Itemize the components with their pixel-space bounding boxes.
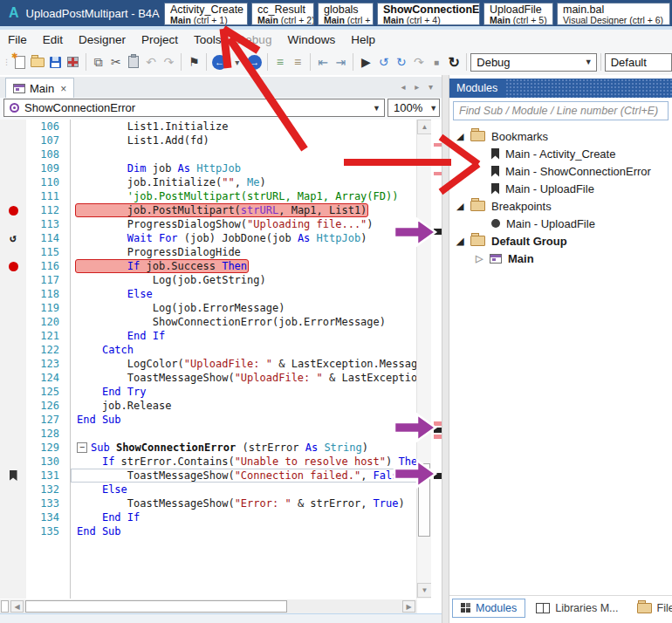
menu-help[interactable]: Help xyxy=(343,31,383,48)
menu-designer[interactable]: Designer xyxy=(71,31,134,48)
code-editor[interactable]: 106 List1.Initialize107 List1.Add(fd)108… xyxy=(0,120,431,599)
tree-item-bookmarks[interactable]: ◢Bookmarks xyxy=(449,127,672,145)
tree-item-default-group[interactable]: ◢Default Group xyxy=(449,232,672,250)
gutter-cell[interactable] xyxy=(0,343,26,357)
code-line-125[interactable]: 125 End Try xyxy=(0,385,431,399)
build-config-dropdown[interactable]: Default xyxy=(605,53,672,72)
menu-project[interactable]: Project xyxy=(134,31,186,48)
tree-item-main-showconnectionerror[interactable]: Main - ShowConnectionError xyxy=(449,162,672,180)
gutter-cell[interactable] xyxy=(0,496,26,510)
code-line-123[interactable]: 123 LogColor("UploadFile: " & LastExcept… xyxy=(0,357,431,371)
step-over-icon[interactable]: ↻ xyxy=(393,53,410,72)
gutter-cell[interactable] xyxy=(0,371,26,385)
gutter-cell[interactable] xyxy=(0,399,26,413)
gutter-cell[interactable] xyxy=(0,455,26,469)
gutter-cell[interactable] xyxy=(0,315,26,329)
panel-splitter[interactable] xyxy=(442,75,449,623)
paste-icon[interactable] xyxy=(125,53,142,72)
code-line-112[interactable]: 112 job.PostMultipart(strURL, Map1, List… xyxy=(0,203,431,217)
horizontal-scrollbar[interactable]: ◀ ▶ xyxy=(0,599,417,613)
gutter-cell[interactable] xyxy=(0,524,26,538)
gutter-cell[interactable] xyxy=(0,287,26,301)
gutter-cell[interactable] xyxy=(0,427,26,441)
code-line-106[interactable]: 106 List1.Initialize xyxy=(0,120,431,134)
quick-tab-activity_create[interactable]: Activity_CreateMain (ctrl + 1) xyxy=(164,3,248,25)
code-line-110[interactable]: 110 job.Initialize("", Me) xyxy=(0,175,431,189)
gutter-cell[interactable] xyxy=(0,510,26,524)
code-line-118[interactable]: 118 Else xyxy=(0,287,431,301)
restart-icon[interactable]: ↻ xyxy=(445,53,463,72)
new-file-icon[interactable] xyxy=(11,53,29,72)
code-line-108[interactable]: 108 xyxy=(0,147,431,161)
scroll-left-button[interactable]: ◀ xyxy=(10,600,24,613)
code-line-126[interactable]: 126 job.Release xyxy=(0,399,431,413)
gutter-cell[interactable] xyxy=(0,245,26,259)
panel-tab-libraries-m-[interactable]: Libraries M... xyxy=(528,599,626,617)
gutter-cell[interactable] xyxy=(0,175,26,189)
quick-tab-showconnectioner[interactable]: ShowConnectionErMain (ctrl + 4) xyxy=(377,3,480,25)
code-line-133[interactable]: 133 ToastMessageShow("Error: " & strErro… xyxy=(0,496,431,510)
scroll-up-button[interactable]: ▲ xyxy=(417,120,432,134)
expander-open-icon[interactable]: ◢ xyxy=(456,131,470,142)
scroll-right-button[interactable]: ▶ xyxy=(402,600,415,613)
quick-tab-globals[interactable]: globalsMain (ctrl + 3) xyxy=(318,3,374,25)
debug-mode-dropdown[interactable]: Debug▼ xyxy=(470,53,596,72)
comment-icon[interactable]: ≡ xyxy=(271,53,289,72)
gutter-cell[interactable] xyxy=(0,413,26,427)
breakpoint-icon[interactable] xyxy=(9,262,18,271)
code-line-121[interactable]: 121 End If xyxy=(0,329,431,343)
redo-icon[interactable]: ↷ xyxy=(160,53,177,72)
find-sub-input[interactable] xyxy=(454,105,668,117)
gutter-cell[interactable] xyxy=(0,259,26,273)
code-line-131[interactable]: 131 ToastMessageShow("Connection failed.… xyxy=(0,469,431,483)
open-project-icon[interactable] xyxy=(29,53,46,72)
code-line-132[interactable]: 132 Else xyxy=(0,483,431,496)
fold-collapse-icon[interactable]: − xyxy=(77,442,87,453)
modules-panel-header[interactable]: Modules xyxy=(449,79,672,98)
tree-item-breakpoints[interactable]: ◢Breakpoints xyxy=(449,197,672,215)
gutter-cell[interactable] xyxy=(0,273,26,287)
outdent-icon[interactable]: ⇤ xyxy=(314,53,332,72)
menu-edit[interactable]: Edit xyxy=(35,31,71,48)
doc-tab-main[interactable]: Main × xyxy=(5,78,74,99)
quick-tab-main.bal[interactable]: main.balVisual Designer (ctrl + 6) xyxy=(557,3,670,25)
gutter-cell[interactable]: ↺ xyxy=(0,231,26,245)
code-line-122[interactable]: 122 Catch xyxy=(0,343,431,357)
vertical-scrollbar[interactable]: ▲ ▼ xyxy=(416,120,431,599)
copy-icon[interactable]: ⧉ xyxy=(90,53,107,72)
bookmark-icon[interactable]: ⚑ xyxy=(185,53,202,72)
gutter-cell[interactable] xyxy=(0,203,26,217)
code-line-135[interactable]: 135End Sub xyxy=(0,524,431,538)
run-icon[interactable]: ▶ xyxy=(357,53,374,72)
code-line-109[interactable]: 109 Dim job As HttpJob xyxy=(0,161,431,175)
find-sub-box[interactable] xyxy=(453,101,669,120)
navigate-back-icon[interactable]: ← xyxy=(210,53,228,72)
code-line-114[interactable]: ↺114 Wait For (job) JobDone(job As HttpJ… xyxy=(0,231,431,245)
gutter-cell[interactable] xyxy=(0,217,26,231)
tree-item-main[interactable]: ▷Main xyxy=(449,250,672,267)
expander-open-icon[interactable]: ◢ xyxy=(456,236,470,247)
quick-tab-uploadfile[interactable]: UploadFileMain (ctrl + 5) xyxy=(483,3,553,25)
export-package-icon[interactable] xyxy=(64,53,81,72)
panel-tab-files-man[interactable]: Files Man xyxy=(629,599,672,617)
gutter-cell[interactable] xyxy=(0,385,26,399)
expander-open-icon[interactable]: ◢ xyxy=(456,201,470,212)
stop-icon[interactable]: ■ xyxy=(428,53,445,72)
menu-windows[interactable]: Windows xyxy=(279,31,343,48)
step-into-icon[interactable]: ↺ xyxy=(375,53,393,72)
current-sub-dropdown[interactable]: ShowConnectionError ▼ xyxy=(3,99,385,117)
panel-tab-modules[interactable]: Modules xyxy=(452,599,525,618)
back-caret-icon[interactable]: ▾ xyxy=(229,53,246,72)
zoom-dropdown[interactable]: 100% ▼ xyxy=(387,99,440,117)
code-line-117[interactable]: 117 Log(job.GetString) xyxy=(0,273,431,287)
code-line-107[interactable]: 107 List1.Add(fd) xyxy=(0,134,431,147)
tree-item-main-activity-create[interactable]: Main - Activity_Create xyxy=(449,145,672,162)
code-line-119[interactable]: 119 Log(job.ErrorMessage) xyxy=(0,301,431,315)
menu-tools[interactable]: Tools xyxy=(186,31,230,48)
gutter-cell[interactable] xyxy=(0,357,26,371)
undo-icon[interactable]: ↶ xyxy=(142,53,160,72)
scroll-down-button[interactable]: ▼ xyxy=(417,583,432,598)
tree-item-main-uploadfile[interactable]: Main - UploadFile xyxy=(449,215,672,232)
code-line-134[interactable]: 134 End If xyxy=(0,510,431,524)
navigate-forward-icon[interactable]: → xyxy=(246,53,264,72)
